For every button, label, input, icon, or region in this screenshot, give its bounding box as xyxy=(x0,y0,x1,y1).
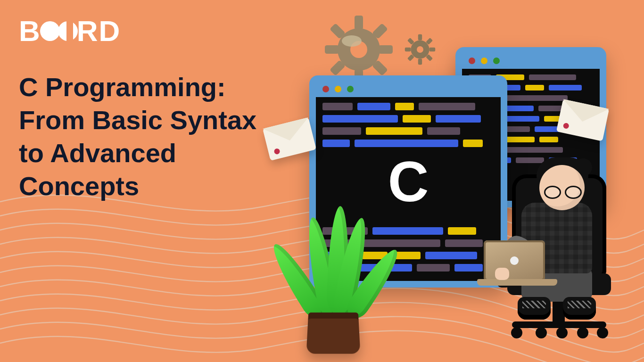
window-dot-green xyxy=(493,58,500,64)
laptop-icon xyxy=(477,240,557,292)
svg-rect-15 xyxy=(429,48,436,51)
chair-wheel xyxy=(536,327,547,338)
language-letter-c: C xyxy=(388,149,429,214)
window-dot-red xyxy=(322,86,329,92)
chair-wheel xyxy=(556,327,568,338)
brand-logo-q-shape xyxy=(58,21,78,41)
svg-rect-13 xyxy=(418,59,422,65)
gear-icon xyxy=(404,33,437,66)
chair-base xyxy=(512,321,606,328)
brand-logo-o-shape xyxy=(40,21,60,41)
chair-wheel xyxy=(597,327,608,338)
svg-rect-3 xyxy=(325,45,339,54)
person-hand xyxy=(495,268,509,280)
person-at-laptop-illustration xyxy=(455,146,635,354)
boot xyxy=(518,297,551,320)
window-dot-green xyxy=(347,86,354,92)
person-boots xyxy=(518,297,598,321)
window-dot-yellow xyxy=(481,58,487,64)
gear-icon xyxy=(323,14,394,85)
chair-wheel xyxy=(511,327,522,338)
window-titlebar xyxy=(462,53,600,69)
hero-illustration: C xyxy=(262,14,630,354)
window-dot-yellow xyxy=(335,86,341,92)
brand-logo-text-b: B xyxy=(19,14,41,48)
plant-icon xyxy=(281,212,385,354)
window-dot-red xyxy=(469,58,475,64)
envelope-icon xyxy=(263,117,316,161)
plant-pot xyxy=(306,313,361,354)
svg-rect-4 xyxy=(379,45,393,54)
brand-logo: B RD xyxy=(19,14,121,48)
brand-logo-text-rd: RD xyxy=(77,14,121,48)
svg-point-10 xyxy=(342,35,362,47)
boot xyxy=(563,297,596,320)
svg-rect-12 xyxy=(418,34,422,41)
laptop-logo xyxy=(510,256,519,265)
laptop-base xyxy=(477,279,557,286)
glasses-icon xyxy=(544,186,582,197)
headline-text: C Programming: From Basic Syntax to Adva… xyxy=(19,71,264,203)
hero-banner: B RD C Programming: From Basic Syntax to… xyxy=(0,0,644,362)
chair-wheel xyxy=(577,327,588,338)
svg-rect-14 xyxy=(405,48,411,51)
window-titlebar xyxy=(316,81,501,97)
svg-rect-1 xyxy=(355,16,363,30)
svg-point-20 xyxy=(417,46,423,53)
